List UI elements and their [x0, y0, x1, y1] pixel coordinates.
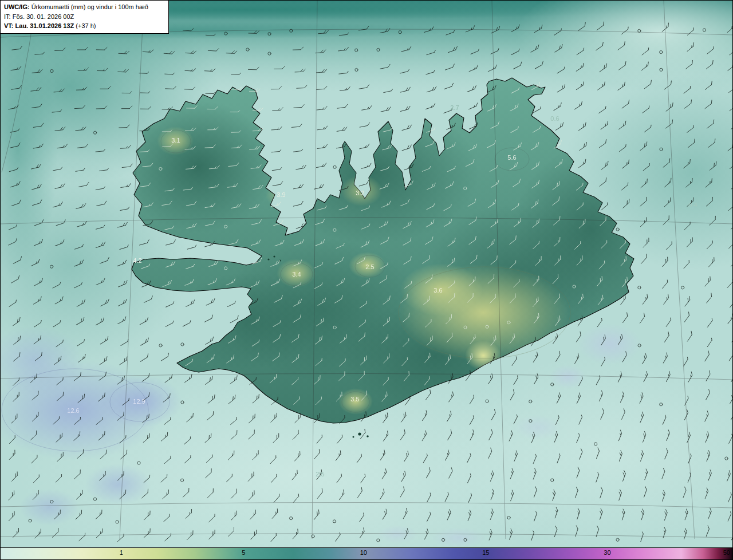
precip-label: 2.7 [450, 104, 459, 111]
precip-label: 3.5 [350, 396, 359, 403]
wind-barb-icon [204, 337, 215, 344]
model-label: UWC/IG: [4, 3, 30, 10]
wind-barb-icon [730, 332, 733, 342]
wind-barb-icon [182, 321, 191, 326]
wind-barb-icon [661, 294, 670, 304]
calm-wind-icon [159, 344, 162, 347]
init-time-line: IT: Fös. 30. 01. 2026 00Z [4, 12, 165, 22]
wind-barb-icon [380, 107, 391, 112]
wind-barb-icon [531, 352, 539, 362]
wind-barb-icon [641, 294, 649, 304]
wind-barb-icon [317, 144, 328, 148]
wind-barb-icon [703, 351, 711, 361]
wind-barb-icon [272, 182, 283, 186]
wind-barb-icon [401, 125, 412, 130]
wind-barb-icon [468, 103, 479, 109]
wind-barb-icon [706, 318, 713, 327]
wind-barb-icon [273, 108, 283, 111]
wind-barb-icon [203, 315, 214, 322]
calm-wind-icon [181, 343, 184, 346]
init-label: IT: [4, 13, 11, 20]
wind-barb-icon [727, 350, 733, 361]
wind-barb-icon [621, 313, 629, 323]
init-time: Fös. 30. 01. 2026 00Z [13, 13, 74, 20]
colorbar-tick: 50 [723, 549, 730, 556]
wind-barb-icon [10, 472, 19, 481]
calm-wind-icon [638, 286, 641, 289]
wind-barb-icon [337, 104, 348, 108]
wind-barb-icon [425, 104, 436, 109]
precip-label: 2.5 [365, 263, 374, 270]
wind-barb-icon [573, 101, 584, 109]
wind-barb-icon [293, 201, 304, 206]
precip-label: 5.6 [507, 154, 516, 161]
colorbar-tick: 5 [242, 549, 245, 556]
wind-barb-icon [139, 354, 149, 362]
wind-barb-icon [683, 297, 691, 306]
wind-barb-icon [728, 299, 733, 307]
valid-label: VT: [4, 22, 14, 29]
calm-wind-icon [333, 165, 336, 168]
wind-barb-icon [361, 105, 372, 110]
wind-barb-icon [187, 245, 196, 249]
map-title: Úrkomumætti (mm) og vindur i 100m hæð [31, 3, 148, 10]
valid-offset: (+37 h) [76, 22, 96, 29]
wind-barb-icon [7, 511, 16, 520]
wind-barb-icon [706, 338, 713, 346]
precip-label: 3.4 [292, 271, 301, 278]
wind-barb-icon [118, 357, 128, 365]
wind-barb-icon [271, 127, 282, 130]
valid-time: Lau. 31.01.2026 13Z [15, 22, 74, 29]
wind-barb-icon [663, 332, 671, 342]
wind-barb-icon [227, 301, 236, 307]
precip-label: 12.9 [133, 398, 145, 405]
wind-barb-icon [729, 371, 733, 381]
wind-barb-icon [7, 450, 17, 459]
wind-barb-icon [554, 123, 565, 131]
precip-label: 0.4 [688, 202, 697, 208]
title-line: UWC/IG: Úrkomumætti (mm) og vindur i 100… [4, 2, 165, 12]
wind-barb-icon [511, 357, 518, 365]
weather-map: 3.12.70.65.63.93.20.44.23.42.53.63.512.9… [1, 1, 733, 560]
wind-barb-icon [272, 168, 282, 171]
wind-barb-icon [229, 316, 239, 323]
colorbar: 1510153050 [1, 547, 732, 559]
colorbar-tick: 30 [604, 549, 610, 556]
valid-time-line: VT: Lau. 31.01.2026 13Z (+37 h) [4, 21, 165, 31]
title-box: UWC/IG: Úrkomumætti (mm) og vindur i 100… [1, 1, 169, 34]
precip-label: 12.6 [67, 407, 79, 414]
wind-barb-icon [317, 107, 328, 110]
wind-barb-icon [400, 106, 411, 111]
wind-barb-icon [359, 144, 370, 149]
wind-barb-icon [726, 279, 733, 287]
wind-barb-icon [552, 102, 562, 111]
wind-barb-icon [703, 277, 712, 286]
wind-barb-icon [685, 331, 693, 341]
wind-barb-icon [317, 126, 328, 130]
precip-label: 3.6 [434, 287, 442, 294]
wind-barb-icon [293, 184, 304, 189]
wind-barb-icon [683, 312, 691, 322]
wind-barb-icon [638, 313, 646, 324]
wind-barb-icon [294, 105, 305, 108]
wind-barb-icon [729, 529, 733, 540]
wind-barb-icon [361, 163, 372, 168]
wind-barb-icon [316, 163, 327, 168]
wind-barb-icon [293, 149, 303, 152]
precip-label: 3.1 [171, 137, 180, 144]
wind-barb-icon [401, 145, 412, 151]
wind-barb-icon [704, 293, 713, 303]
wind-barb-icon [313, 184, 324, 190]
wind-barb-icon [295, 165, 306, 169]
wind-barb-icon [291, 124, 302, 127]
wind-barb-icon [7, 491, 16, 500]
wind-barb-icon [33, 529, 43, 538]
calm-wind-icon [681, 286, 684, 289]
weather-map-page: 3.12.70.65.63.93.20.44.23.42.53.63.512.9… [0, 0, 733, 560]
wind-barb-icon [726, 314, 733, 324]
precip-label: 4.2 [133, 257, 141, 264]
colorbar-tick: 1 [120, 549, 123, 556]
precip-label: 3.2 [356, 190, 364, 196]
colorbar-tick: 10 [360, 549, 367, 556]
wind-barb-icon [185, 300, 196, 307]
